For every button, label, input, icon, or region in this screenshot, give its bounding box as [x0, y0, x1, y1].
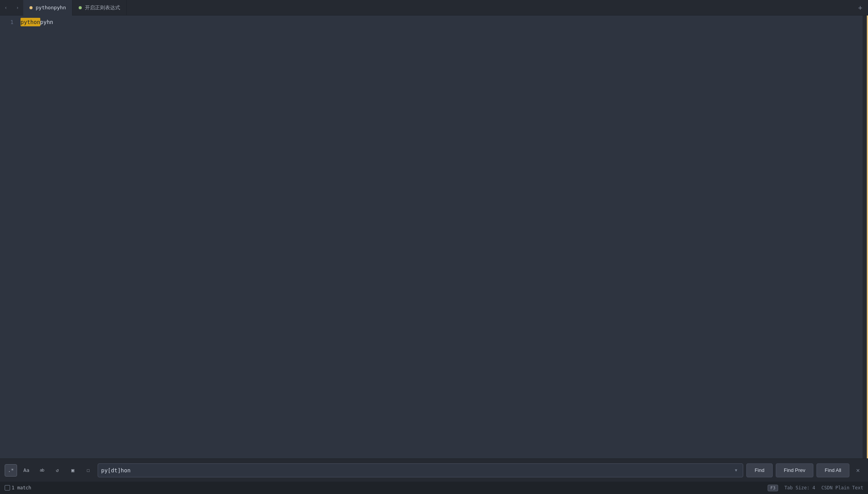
regex-icon: .* [8, 467, 14, 473]
scrollbar-track[interactable] [863, 15, 868, 458]
word-option-button[interactable]: ab [36, 464, 48, 477]
encoding-label: CSDN Plain Text [822, 485, 863, 491]
status-bar: 1 match F3 Tab Size: 4 CSDN Plain Text [0, 482, 868, 494]
tab-nav-prev[interactable]: ‹ [0, 0, 12, 15]
multiline-option-button[interactable]: ☐ [82, 464, 95, 477]
tab-add-button[interactable]: + [852, 0, 868, 15]
editor-content[interactable]: pythonpyhn [17, 15, 868, 458]
tab-pythonpyhn[interactable]: pythonpyhn [23, 0, 72, 15]
selection-icon: ▣ [71, 467, 74, 473]
preserve-icon: ↺ [56, 467, 59, 473]
find-bar: .* Aa ab ↺ ▣ ☐ ▼ Find Find Prev Find All… [0, 458, 868, 482]
preserve-option-button[interactable]: ↺ [51, 464, 64, 477]
word-icon: ab [40, 468, 44, 473]
match-status: 1 match [5, 485, 31, 491]
line-number-1: 1 [0, 18, 14, 26]
case-icon: Aa [23, 467, 29, 473]
tab-saved-dot [79, 6, 82, 9]
find-input[interactable] [101, 467, 732, 473]
selection-option-button[interactable]: ▣ [67, 464, 79, 477]
tab-nav-next[interactable]: › [12, 0, 23, 15]
tab-regex[interactable]: 开启正则表达式 [72, 0, 127, 15]
case-option-button[interactable]: Aa [20, 464, 33, 477]
find-button[interactable]: Find [746, 463, 772, 477]
find-dropdown-button[interactable]: ▼ [732, 467, 740, 474]
f3-badge: F3 [768, 485, 778, 491]
code-line-1: pythonpyhn [21, 18, 865, 26]
find-all-button[interactable]: Find All [816, 463, 849, 477]
editor-area: 1 pythonpyhn [0, 15, 868, 458]
highlight-python: python [21, 18, 40, 26]
find-prev-button[interactable]: Find Prev [776, 463, 814, 477]
tab-label: 开启正则表达式 [85, 4, 120, 11]
find-input-container: ▼ [98, 463, 743, 477]
find-close-button[interactable]: ✕ [852, 465, 863, 476]
status-checkbox[interactable] [5, 485, 10, 491]
tab-size-label: Tab Size: 4 [784, 485, 815, 491]
regex-option-button[interactable]: .* [5, 464, 17, 477]
match-count: 1 match [12, 485, 31, 491]
code-after-highlight: pyhn [40, 18, 53, 26]
multiline-icon: ☐ [87, 467, 90, 473]
status-right: F3 Tab Size: 4 CSDN Plain Text [768, 485, 863, 491]
tab-bar: ‹ › pythonpyhn 开启正则表达式 + [0, 0, 868, 15]
tab-label: pythonpyhn [36, 5, 66, 10]
tab-modified-dot [29, 6, 33, 9]
line-numbers: 1 [0, 15, 17, 458]
